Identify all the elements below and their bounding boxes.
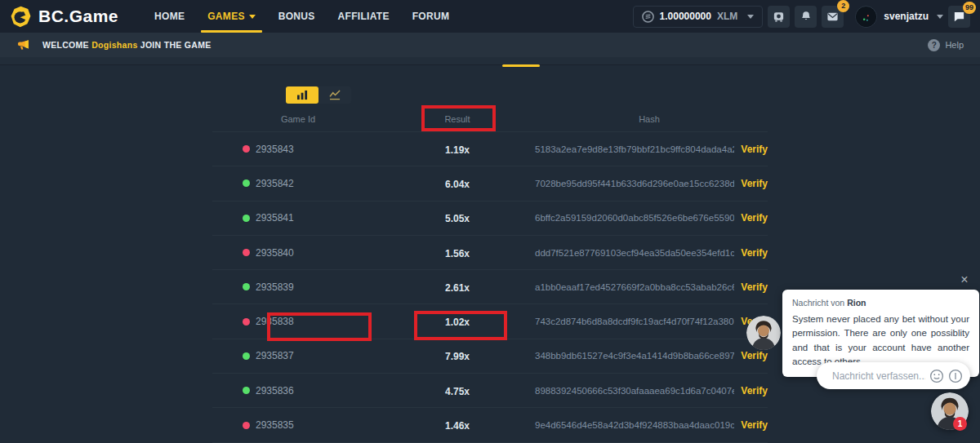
result-value: 2.61x bbox=[445, 282, 470, 294]
nav-item-forum[interactable]: FORUM bbox=[401, 0, 461, 33]
verify-link[interactable]: Verify bbox=[741, 247, 768, 259]
main-nav: HOME GAMES BONUS AFFILIATE FORUM bbox=[143, 0, 461, 33]
table-row: 2935842 6.04x 7028be95dd95f441b633d6d296… bbox=[212, 166, 768, 201]
bar-chart-icon bbox=[296, 90, 309, 100]
brand-name: BC.Game bbox=[38, 7, 118, 26]
hash-value: 8988392450666c53f30afaaaea69c1d6a7c0407e… bbox=[531, 386, 734, 396]
table-row: 2935837 7.99x 348bb9db61527e4c9f3e4a1414… bbox=[212, 339, 768, 374]
result-dot bbox=[243, 145, 250, 153]
header-result: Result bbox=[384, 114, 531, 124]
balance-amount: 1.00000000 bbox=[660, 11, 711, 22]
user-menu[interactable]: svenjatzu bbox=[855, 6, 943, 28]
help-button[interactable]: ? Help bbox=[928, 39, 964, 51]
chat-input-bar bbox=[817, 362, 970, 389]
verify-link[interactable]: Verify bbox=[741, 212, 768, 224]
table-row: 2935835 1.46x 9e4d6546d4e58a42d3b4f92488… bbox=[212, 408, 768, 442]
trend-chart-icon bbox=[329, 90, 341, 100]
mail-badge: 2 bbox=[837, 0, 849, 12]
result-value: 4.75x bbox=[445, 386, 470, 397]
verify-link[interactable]: Verify bbox=[741, 144, 768, 155]
table-row: 2935838 1.02x 743c2d874b6d8a8dcdf9fc19ac… bbox=[212, 304, 768, 339]
table-body: 2935843 1.19x 5183a2ea7e9d8e13fb79bbf21b… bbox=[212, 132, 768, 443]
result-value: 1.46x bbox=[445, 420, 470, 432]
chat-from-label: Nachricht von Rion bbox=[792, 298, 969, 308]
chat-badge: 99 bbox=[963, 2, 976, 14]
navbar: BC.Game HOME GAMES BONUS AFFILIATE FORUM… bbox=[0, 0, 980, 33]
game-id: 2935836 bbox=[256, 385, 294, 396]
header-hash: Hash bbox=[531, 114, 768, 124]
megaphone-icon bbox=[16, 38, 31, 52]
chat-bubble-icon bbox=[953, 11, 965, 23]
header-game-id: Game Id bbox=[212, 114, 384, 124]
brand-logo-icon bbox=[10, 6, 32, 28]
vault-icon bbox=[773, 11, 785, 23]
nav-item-affiliate[interactable]: AFFILIATE bbox=[327, 0, 401, 33]
chevron-down-icon bbox=[747, 15, 754, 19]
game-id: 2935835 bbox=[256, 419, 294, 431]
result-value: 6.04x bbox=[445, 179, 470, 190]
hash-value: 5183a2ea7e9d8e13fb79bbf21bc9ffc804dada4a… bbox=[531, 144, 734, 154]
trend-chart-toggle[interactable] bbox=[318, 86, 351, 104]
table-header: Game Id Result Hash bbox=[212, 106, 768, 132]
hash-value: 6bffc2a59159d2060d0abc85f526e6be676e5590… bbox=[531, 213, 734, 223]
result-dot bbox=[243, 387, 250, 394]
balance-selector[interactable]: 1.00000000 XLM bbox=[633, 6, 764, 28]
emoji-icon[interactable] bbox=[929, 369, 944, 383]
chat-sender-avatar bbox=[746, 316, 781, 350]
messages-button[interactable]: 2 bbox=[822, 6, 844, 28]
table-row: 2935840 1.56x ddd7f521e87769103ecf94ea35… bbox=[212, 236, 768, 270]
result-dot bbox=[243, 422, 250, 429]
result-value: 1.19x bbox=[445, 144, 470, 156]
chevron-down-icon bbox=[937, 15, 943, 19]
result-dot bbox=[243, 249, 250, 256]
avatar bbox=[855, 6, 877, 28]
welcome-username: Dogishans bbox=[91, 40, 137, 50]
result-value: 5.05x bbox=[445, 213, 470, 224]
help-icon: ? bbox=[928, 39, 940, 51]
chat-toggle-button[interactable]: 99 bbox=[948, 6, 970, 28]
mail-icon bbox=[826, 11, 839, 23]
vault-button[interactable] bbox=[768, 6, 790, 28]
bar-chart-toggle[interactable] bbox=[286, 86, 318, 104]
table-row: 2935841 5.05x 6bffc2a59159d2060d0abc85f5… bbox=[212, 202, 768, 236]
result-dot bbox=[243, 318, 250, 326]
result-dot bbox=[243, 215, 250, 222]
username: svenjatzu bbox=[884, 11, 929, 22]
hash-value: a1bb0eaaf17ed4527669f2a0bba8cc53abab26c6… bbox=[531, 282, 734, 292]
game-id: 2935837 bbox=[256, 350, 294, 361]
welcome-message: WELCOME Dogishans JOIN THE GAME bbox=[42, 40, 212, 50]
hash-value: ddd7f521e87769103ecf94ea35da50ee354efd1c… bbox=[531, 248, 734, 258]
notifications-button[interactable] bbox=[795, 6, 817, 28]
subheader-strip bbox=[0, 57, 980, 65]
welcome-banner: WELCOME Dogishans JOIN THE GAME ? Help bbox=[0, 33, 980, 57]
close-icon[interactable]: × bbox=[957, 272, 972, 287]
coin-icon bbox=[642, 11, 654, 23]
nav-item-games[interactable]: GAMES bbox=[196, 0, 267, 33]
hash-value: 7028be95dd95f441b633d6d296e0ae15cc6238dd… bbox=[531, 179, 734, 188]
game-id: 2935838 bbox=[256, 316, 294, 327]
nav-item-bonus[interactable]: BONUS bbox=[267, 0, 327, 33]
verify-link[interactable]: Verify bbox=[741, 281, 768, 293]
chat-message-input[interactable] bbox=[832, 370, 925, 382]
brand-logo[interactable]: BC.Game bbox=[10, 6, 118, 28]
page-tab-indicator bbox=[502, 64, 540, 67]
navbar-right: 1.00000000 XLM bbox=[633, 6, 970, 28]
result-value: 7.99x bbox=[445, 351, 470, 362]
attachment-icon[interactable] bbox=[948, 369, 963, 383]
table-row: 2935836 4.75x 8988392450666c53f30afaaaea… bbox=[212, 374, 768, 408]
game-id: 2935841 bbox=[256, 212, 294, 224]
verify-link[interactable]: Verify bbox=[741, 178, 768, 189]
chat-unread-badge: 1 bbox=[953, 417, 967, 431]
result-dot bbox=[243, 179, 250, 187]
verify-link[interactable]: Verify bbox=[741, 385, 768, 396]
result-dot bbox=[243, 283, 250, 290]
game-id: 2935843 bbox=[256, 144, 294, 155]
bell-icon bbox=[800, 11, 812, 22]
verify-link[interactable]: Verify bbox=[741, 419, 768, 431]
chat-sender: Rion bbox=[847, 298, 866, 308]
game-id: 2935842 bbox=[256, 178, 294, 189]
game-id: 2935839 bbox=[256, 281, 294, 293]
verify-link[interactable]: Verify bbox=[741, 350, 768, 361]
nav-item-home[interactable]: HOME bbox=[143, 0, 196, 33]
table-row: 2935843 1.19x 5183a2ea7e9d8e13fb79bbf21b… bbox=[212, 132, 768, 166]
